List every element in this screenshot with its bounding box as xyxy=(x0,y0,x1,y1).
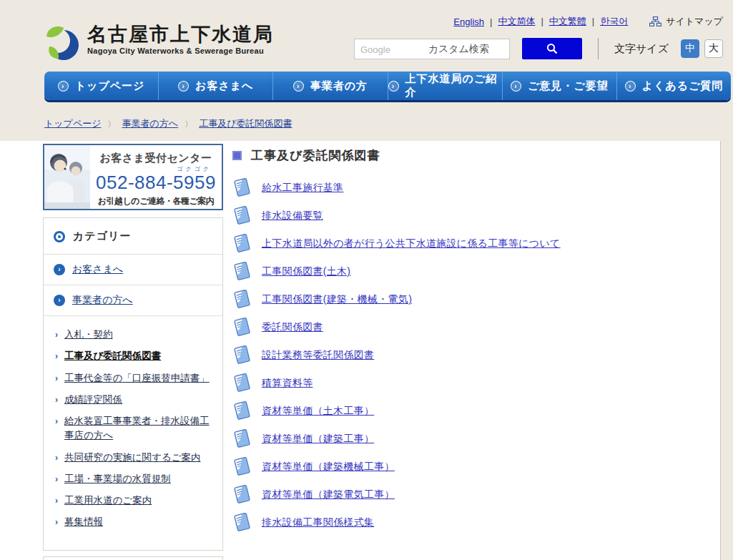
sidebar-sub-item[interactable]: › 募集情報 xyxy=(55,515,217,529)
sidebar-sub-item[interactable]: › 入札・契約 xyxy=(55,328,217,342)
category-link-row[interactable]: › お客さまへ xyxy=(44,255,222,285)
nav-tab-label: トップページ xyxy=(75,79,145,93)
sidebar-sub-item-label: 入札・契約 xyxy=(64,328,113,342)
page: English 中文简体 中文繁體 한국어 サイトマップ xyxy=(0,0,733,560)
category-link-row[interactable]: › 事業者の方へ xyxy=(44,285,222,316)
chevron-circle-icon: › xyxy=(293,81,304,92)
document-list-item[interactable]: 委託関係図書 xyxy=(232,313,703,341)
search-cluster: Google カスタム検索 文字サイズ 中 大 xyxy=(354,38,723,59)
sidebar-sub-item-label: 募集情報 xyxy=(64,515,103,529)
category-panel: カテゴリー › お客さまへ › 事業者の方へ xyxy=(43,217,223,551)
search-icon xyxy=(546,43,558,54)
sidebar-sub-item[interactable]: › 給水装置工事事業者・排水設備工事店の方へ xyxy=(55,414,217,443)
notebook-icon xyxy=(232,261,252,282)
document-list-item[interactable]: 上下水道局以外の者が行う公共下水道施設に係る工事等について xyxy=(232,230,703,257)
nav-tab-label: 事業者の方 xyxy=(310,79,368,93)
document-list-item[interactable]: 資材等単価（建築電気工事） xyxy=(232,481,703,509)
sidebar-sub-item-label: 成績評定関係 xyxy=(64,393,122,407)
chevron-circle-icon: › xyxy=(511,81,521,92)
document-link: 資材等単価（建築電気工事） xyxy=(262,488,395,501)
sidebar-sub-item[interactable]: › 工業用水道のご案内 xyxy=(55,493,217,508)
document-link: 給水工事施行基準 xyxy=(262,182,343,195)
category-link-label: 事業者の方へ xyxy=(72,294,133,307)
document-list-item[interactable]: 資材等単価（建築工事） xyxy=(232,425,703,453)
chevron-icon: › xyxy=(55,349,58,363)
content-area: お客さま受付センター ゴクゴク 052-884-5959 お引越しのご連絡・各種… xyxy=(0,141,721,560)
nav-tab-label: ご意見・ご要望 xyxy=(528,79,609,93)
contact-note: お引越しのご連絡・各種ご案内 xyxy=(90,195,222,207)
document-list-item[interactable]: 排水設備要覧 xyxy=(232,202,703,230)
bureau-intro-link[interactable]: › 上下水道局のご紹介 xyxy=(44,557,222,560)
nav-tab[interactable]: › 事業者の方 xyxy=(272,72,387,100)
document-list-item[interactable]: 給水工事施行基準 xyxy=(232,174,703,202)
document-list-item[interactable]: 資材等単価（土木工事） xyxy=(232,397,703,425)
sidebar-sub-item[interactable]: › 成績評定関係 xyxy=(55,393,217,407)
document-link: 工事関係図書(土木) xyxy=(262,265,350,278)
language-link[interactable]: 中文繁體 xyxy=(549,15,600,28)
category-sub-list: › 入札・契約 › 工事及び委託関係図書 › 工事代金等の「口座振替申請書」 xyxy=(44,316,222,550)
chevron-icon: › xyxy=(55,414,58,443)
sidebar-sub-item[interactable]: › 工場・事業場の水質規制 xyxy=(55,472,217,486)
notebook-icon xyxy=(232,177,252,198)
chevron-icon: › xyxy=(55,472,58,486)
document-list-item[interactable]: 工事関係図書(建築・機械・電気) xyxy=(232,285,703,313)
chevron-circle-icon: › xyxy=(54,264,65,275)
breadcrumb: トップページ 事業者の方へ 工事及び委託関係図書 xyxy=(44,117,292,130)
call-center-operators-photo xyxy=(44,145,90,209)
breadcrumb-link[interactable]: 工事及び委託関係図書 xyxy=(199,117,292,130)
document-list-item[interactable]: 積算資料等 xyxy=(232,369,703,397)
font-size-button[interactable]: 中 xyxy=(681,39,699,58)
nav-tab[interactable]: › ご意見・ご要望 xyxy=(502,72,616,100)
search-button[interactable] xyxy=(522,38,582,59)
language-link[interactable]: 한국어 xyxy=(600,15,628,28)
language-link[interactable]: English xyxy=(453,16,498,27)
category-links: › お客さまへ › 事業者の方へ xyxy=(44,255,222,316)
language-links: English 中文简体 中文繁體 한국어 xyxy=(453,15,628,28)
chevron-icon: › xyxy=(55,393,58,407)
nav-tab[interactable]: › 上下水道局のご紹介 xyxy=(388,72,502,100)
nav-tab[interactable]: › トップページ xyxy=(44,72,158,100)
contact-phone-number: 052-884-5959 xyxy=(90,172,222,193)
document-list-item[interactable]: 工事関係図書(土木) xyxy=(232,257,703,285)
main-column: 工事及び委託関係図書 xyxy=(223,141,720,560)
breadcrumb-link[interactable]: トップページ xyxy=(44,117,122,130)
sidebar-sub-item[interactable]: › 工事代金等の「口座振替申請書」 xyxy=(55,371,217,385)
sidebar-sub-item[interactable]: › 工事及び委託関係図書 xyxy=(55,349,217,363)
sitemap-icon xyxy=(649,16,661,26)
nav-tab-label: よくあるご質問 xyxy=(642,79,724,93)
google-watermark: Google xyxy=(360,44,390,55)
document-link: 資材等単価（建築機械工事） xyxy=(262,461,395,473)
font-size-button-label: 中 xyxy=(685,42,695,55)
breadcrumb-link[interactable]: 事業者の方へ xyxy=(122,117,200,130)
document-list-item[interactable]: 排水設備工事関係様式集 xyxy=(232,509,703,536)
sidebar-sub-item-label: 共同研究の実施に関するご案内 xyxy=(64,451,201,465)
nav-tab[interactable]: › お客さまへ xyxy=(158,72,272,100)
document-link: 設計業務等委託関係図書 xyxy=(262,349,374,362)
sidebar-sub-item-label: 工事代金等の「口座振替申請書」 xyxy=(64,371,210,385)
nav-tab-label: 上下水道局のご紹介 xyxy=(405,72,502,99)
document-link: 資材等単価（土木工事） xyxy=(262,405,374,418)
contact-center-banner[interactable]: お客さま受付センター ゴクゴク 052-884-5959 お引越しのご連絡・各種… xyxy=(43,144,223,210)
logo-text: 名古屋市上下水道局 Nagoya City Waterworks & Sewer… xyxy=(87,23,274,55)
document-list-item[interactable]: 資材等単価（建築機械工事） xyxy=(232,453,703,481)
site-logo[interactable]: 名古屋市上下水道局 Nagoya City Waterworks & Sewer… xyxy=(41,23,274,63)
nav-tab[interactable]: › よくあるご質問 xyxy=(616,72,731,100)
search-input[interactable]: Google カスタム検索 xyxy=(354,39,510,59)
document-list-item[interactable]: 設計業務等委託関係図書 xyxy=(232,341,703,369)
sitemap-link[interactable]: サイトマップ xyxy=(649,15,723,28)
chevron-icon: › xyxy=(55,515,58,529)
notebook-icon xyxy=(232,373,252,393)
notebook-icon xyxy=(232,428,252,449)
site-title: 名古屋市上下水道局 xyxy=(87,23,274,46)
chevron-circle-icon: › xyxy=(58,81,69,92)
font-size-button-label: 大 xyxy=(709,42,719,55)
font-size-button[interactable]: 大 xyxy=(704,39,723,58)
language-link[interactable]: 中文简体 xyxy=(498,15,548,28)
font-size-buttons: 中 大 xyxy=(676,39,723,58)
sidebar-sub-item[interactable]: › 共同研究の実施に関するご案内 xyxy=(55,451,217,465)
chevron-icon: › xyxy=(55,493,58,508)
notebook-icon xyxy=(232,205,252,226)
top-utility-bar: English 中文简体 中文繁體 한국어 サイトマップ xyxy=(453,15,723,28)
sitemap-label: サイトマップ xyxy=(666,15,723,28)
page-title-row: 工事及び委託関係図書 xyxy=(232,147,703,164)
